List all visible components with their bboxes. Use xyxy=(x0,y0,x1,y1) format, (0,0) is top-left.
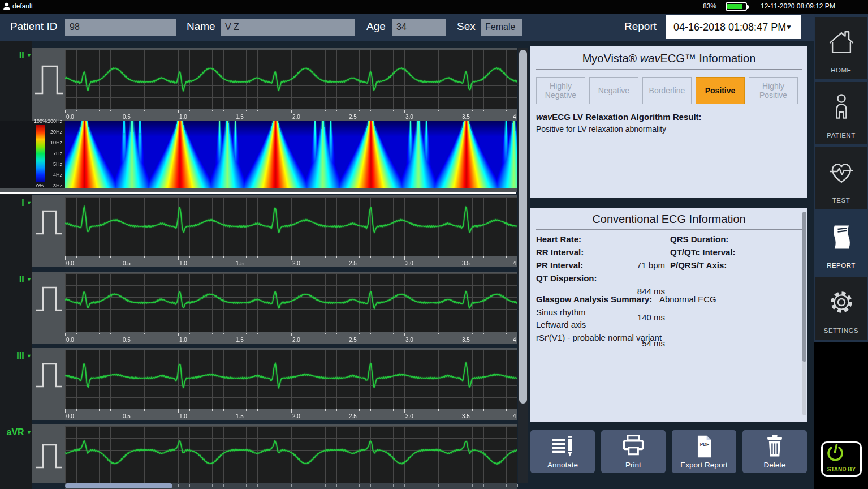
chevron-down-icon: ▼ xyxy=(27,277,32,282)
scrollbar-tick xyxy=(269,484,269,487)
result-scale-borderline[interactable]: Borderline xyxy=(642,77,692,104)
metric-row: QT/QTc Interval:414/450 ms xyxy=(670,247,736,257)
patient-bar: Patient ID 98 Name V Z Age 34 Sex Female… xyxy=(0,14,814,41)
scrollbar-tick xyxy=(393,484,394,487)
freq-label: 4Hz xyxy=(37,172,62,178)
ecg-waveform-lead-I xyxy=(65,197,517,256)
report-select[interactable]: 04-16-2018 01:08:47 PM ▼ xyxy=(666,15,801,39)
patient-id-field[interactable]: 98 xyxy=(65,19,176,36)
battery-percent: 83% xyxy=(703,2,716,10)
algorithm-result-label: wavECG LV Relaxation Algorithm Result: xyxy=(536,112,702,122)
status-bar: default 83% 12-11-2020 08:09:12 PM xyxy=(0,0,868,14)
ecg-waveform-lead-aVR xyxy=(65,426,517,483)
scrollbar-tick xyxy=(427,484,427,487)
delete-button[interactable]: Delete xyxy=(742,430,807,473)
scrollbar-tick xyxy=(382,484,382,487)
scrollbar-tick xyxy=(314,484,314,487)
ecg-strip-1 xyxy=(32,48,517,121)
lead-selector-2[interactable]: I ▼ xyxy=(0,198,32,208)
calibration-pulse-icon xyxy=(32,359,65,392)
time-axis xyxy=(65,256,517,267)
sex-field[interactable]: Female xyxy=(481,19,522,36)
horizontal-scrollbar[interactable] xyxy=(65,483,517,489)
scrollbar-tick xyxy=(495,484,495,487)
standby-button[interactable]: STAND BY xyxy=(821,441,862,477)
sidebar-item-test[interactable]: TEST xyxy=(815,147,867,209)
battery-icon xyxy=(726,2,747,11)
ecg-waveform-lead-II-rhythm xyxy=(65,273,517,332)
ecg-strip-4 xyxy=(32,348,517,420)
metric-row: QT Dispersion:54 ms xyxy=(536,273,597,283)
scrollbar-tick xyxy=(404,484,405,487)
spectrogram-row: 100% 0% 200Hz 20Hz 10Hz 7Hz 5Hz 4Hz 3Hz xyxy=(0,121,517,188)
calibration-pulse-icon xyxy=(32,283,65,316)
scrollbar-tick xyxy=(257,484,258,487)
patient-id-label: Patient ID xyxy=(10,20,57,33)
time-axis xyxy=(65,109,517,121)
lead-selector-3[interactable]: II ▼ xyxy=(0,274,32,285)
calibration-pulse-icon xyxy=(32,207,65,239)
glasgow-line: Sinus rhythm xyxy=(536,307,586,317)
horizontal-scrollbar-thumb[interactable] xyxy=(65,483,172,488)
lead-selector-1[interactable]: II ▼ xyxy=(0,50,32,61)
sidebar-item-settings[interactable]: SETTINGS xyxy=(815,277,867,340)
time-axis xyxy=(65,332,517,344)
vertical-scrollbar-thumb[interactable] xyxy=(519,50,527,404)
age-label: Age xyxy=(366,20,386,33)
lead-selector-4[interactable]: III ▼ xyxy=(0,351,32,361)
sidebar-item-report[interactable]: REPORT xyxy=(815,212,867,274)
scrollbar-tick xyxy=(223,484,224,487)
home-icon xyxy=(826,25,857,59)
annotate-icon xyxy=(550,434,576,458)
user-icon xyxy=(2,2,11,11)
metric-row: PR Interval:140 ms xyxy=(536,260,583,270)
annotate-button[interactable]: Annotate xyxy=(530,430,595,473)
heart-ecg-icon xyxy=(826,155,857,189)
scrollbar-tick xyxy=(280,484,280,487)
scrollbar-tick xyxy=(291,484,292,487)
name-field[interactable]: V Z xyxy=(221,19,355,36)
scrollbar-tick xyxy=(189,484,190,487)
result-scale-positive[interactable]: Positive xyxy=(696,77,745,104)
scrollbar-tick xyxy=(201,484,201,487)
print-icon xyxy=(620,434,646,458)
chevron-down-icon: ▼ xyxy=(27,53,32,58)
panel-scrollbar[interactable] xyxy=(802,212,806,415)
calibration-pulse-icon xyxy=(32,61,65,100)
algorithm-result-text: Positive for LV relaxation abnormality xyxy=(536,125,666,134)
scrollbar-tick xyxy=(438,484,439,487)
ecg-strip-2 xyxy=(32,195,517,267)
metric-row: QRS Duration:94 ms xyxy=(670,234,728,244)
sidebar-item-patient[interactable]: PATIENT xyxy=(815,82,867,144)
scrollbar-tick xyxy=(336,484,337,487)
result-scale-highly-negative[interactable]: Highly Negative xyxy=(536,77,585,104)
name-label: Name xyxy=(187,20,215,33)
panel-scrollbar-thumb[interactable] xyxy=(802,212,806,362)
export-report-button[interactable]: PDF Export Report xyxy=(672,430,736,473)
glasgow-line: Leftward axis xyxy=(536,320,586,329)
scrollbar-tick xyxy=(348,484,348,487)
vertical-scrollbar[interactable] xyxy=(518,48,528,483)
age-field[interactable]: 34 xyxy=(392,19,446,36)
result-scale-highly-positive[interactable]: Highly Positive xyxy=(749,77,798,104)
time-axis xyxy=(65,409,517,420)
metric-row: P/QRS/T Axis:9°/-28°/49° xyxy=(670,260,727,270)
print-button[interactable]: Print xyxy=(601,430,666,473)
freq-label: 200Hz xyxy=(37,118,62,124)
power-icon xyxy=(823,443,848,466)
sidebar-item-home[interactable]: HOME xyxy=(815,17,867,79)
scrollbar-tick xyxy=(450,484,450,487)
ecg-waveform-lead-II xyxy=(65,50,517,109)
result-scale-negative[interactable]: Negative xyxy=(589,77,638,104)
chevron-down-icon: ▼ xyxy=(785,15,792,39)
lead-selector-5[interactable]: aVR ▼ xyxy=(0,427,32,437)
chevron-down-icon: ▼ xyxy=(27,430,32,435)
scrollbar-tick xyxy=(517,484,518,487)
gear-icon xyxy=(826,285,857,319)
scrollbar-tick xyxy=(483,484,484,487)
ecg-panel-title: Conventional ECG Information xyxy=(530,213,807,226)
app-root: default 83% 12-11-2020 08:09:12 PM Patie… xyxy=(0,0,868,489)
report-icon xyxy=(826,220,857,254)
conventional-ecg-panel: Conventional ECG Information Heart Rate:… xyxy=(530,208,807,422)
wavelet-spectrogram xyxy=(65,121,517,188)
